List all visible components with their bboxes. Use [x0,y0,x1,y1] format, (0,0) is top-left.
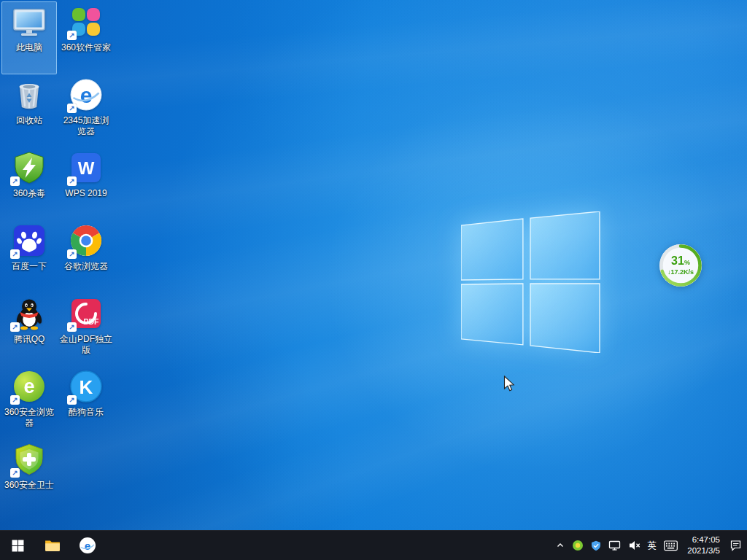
action-center-icon [729,540,742,551]
shield-icon [591,540,601,551]
action-center-button[interactable] [726,531,746,560]
desktop-icon-chrome[interactable]: ↗ 谷歌浏览器 [58,220,114,293]
system-tray: 英 6:47:05 2021/3/5 [552,531,747,560]
network-tray-button[interactable] [605,531,624,560]
tray-360-security-icon[interactable] [568,531,587,560]
desktop-icon-360-antivirus[interactable]: ↗ 360杀毒 [1,147,57,220]
ethernet-network-icon [608,540,621,551]
volume-muted-icon [628,540,640,551]
speed-ball[interactable]: 31% ↓17.2K/s [657,242,704,289]
browser-taskbar-button[interactable]: e [70,531,105,560]
ime-language-indicator[interactable]: 英 [644,531,661,560]
icon-label: 腾讯QQ [14,334,45,345]
recycle-bin-icon [12,77,47,112]
taskbar-clock[interactable]: 6:47:05 2021/3/5 [681,531,726,560]
shortcut-arrow-icon: ↗ [67,249,77,259]
file-explorer-icon [44,537,61,553]
icon-label: 360安全浏览器 [2,407,56,429]
desktop-icon-baidu[interactable]: ↗ 百度一下 [1,220,57,293]
svg-text:PDF: PDF [84,317,100,326]
icon-label: WPS 2019 [65,188,107,199]
icon-label: 酷狗音乐 [69,407,104,418]
svg-text:e: e [85,540,90,552]
icon-label: 360安全卫士 [4,480,54,491]
shortcut-arrow-icon: ↗ [10,176,20,186]
shortcut-arrow-icon: ↗ [67,104,77,113]
desktop-icon-wps[interactable]: W ↗ WPS 2019 [58,147,114,220]
svg-text:K: K [80,376,93,398]
icon-label: 2345加速浏览器 [59,115,113,137]
desktop-icon-kingsoft-pdf[interactable]: PDF ↗ 金山PDF独立版 [58,293,114,366]
svg-text:W: W [78,158,95,178]
shortcut-arrow-icon: ↗ [67,322,77,332]
shortcut-arrow-icon: ↗ [67,176,77,186]
icon-label: 此电脑 [16,42,42,53]
memory-percent: 31 [671,254,684,267]
volume-tray-button[interactable] [624,531,644,560]
show-hidden-icons-button[interactable] [552,531,568,560]
icon-label: 金山PDF独立版 [59,334,113,356]
shortcut-arrow-icon: ↗ [10,395,20,405]
qq-penguin-icon: ↗ [12,296,47,331]
mouse-cursor-icon [503,376,515,392]
windows-logo-wallpaper [461,211,601,353]
kugou-music-icon: K ↗ [69,369,104,404]
360-tray-icon [572,540,584,551]
download-speed: ↓17.2K/s [667,268,694,276]
desktop-icon-recycle-bin[interactable]: 回收站 [1,74,57,147]
desktop-icon-this-pc[interactable]: 此电脑 [1,1,57,74]
shortcut-arrow-icon: ↗ [10,249,20,259]
start-button[interactable] [0,531,35,560]
desktop[interactable]: 此电脑 回收站 [0,0,747,531]
percent-sign: % [684,259,690,266]
clock-time: 6:47:05 [692,534,720,545]
desktop-icon-2345-browser[interactable]: e ↗ 2345加速浏览器 [58,74,114,147]
tray-safety-icon[interactable] [587,531,605,560]
file-explorer-button[interactable] [35,531,70,560]
shortcut-arrow-icon: ↗ [67,395,77,405]
icon-label: 百度一下 [12,261,47,272]
360-antivirus-icon: ↗ [12,150,47,185]
clock-date: 2021/3/5 [687,545,720,556]
this-pc-icon [12,4,47,39]
icon-label: 360杀毒 [13,188,45,199]
shortcut-arrow-icon: ↗ [10,322,20,332]
icon-label: 回收站 [16,115,42,126]
360-safeguard-icon: ↗ [12,442,47,477]
360-software-manager-icon: ↗ [69,4,104,39]
baidu-icon: ↗ [12,223,47,258]
browser-e-icon: e [79,537,96,554]
windows-start-icon [12,540,24,552]
2345-browser-icon: e ↗ [69,77,104,112]
360-secure-browser-icon: e ↗ [12,369,47,404]
desktop-icon-360-software-manager[interactable]: ↗ 360软件管家 [58,1,114,74]
svg-text:e: e [80,83,93,107]
desktop-icon-grid: 此电脑 回收站 [1,1,115,512]
speed-ball-text: 31% ↓17.2K/s [657,242,704,289]
kingsoft-pdf-icon: PDF ↗ [69,296,104,331]
desktop-icon-360-browser[interactable]: e ↗ 360安全浏览器 [1,366,57,439]
shortcut-arrow-icon: ↗ [67,31,77,40]
chevron-up-icon [556,541,565,550]
shortcut-arrow-icon: ↗ [10,468,20,478]
icon-label: 360软件管家 [61,42,111,53]
touch-keyboard-button[interactable] [660,531,681,560]
desktop-icon-qq[interactable]: ↗ 腾讯QQ [1,293,57,366]
taskbar: e [0,530,747,560]
icon-label: 谷歌浏览器 [64,261,108,272]
wps-2019-icon: W ↗ [69,150,104,185]
desktop-icon-360-safeguard[interactable]: ↗ 360安全卫士 [1,439,57,512]
svg-text:e: e [23,376,34,397]
chrome-icon: ↗ [69,223,104,258]
touch-keyboard-icon [664,540,678,551]
desktop-icon-kugou[interactable]: K ↗ 酷狗音乐 [58,366,114,439]
